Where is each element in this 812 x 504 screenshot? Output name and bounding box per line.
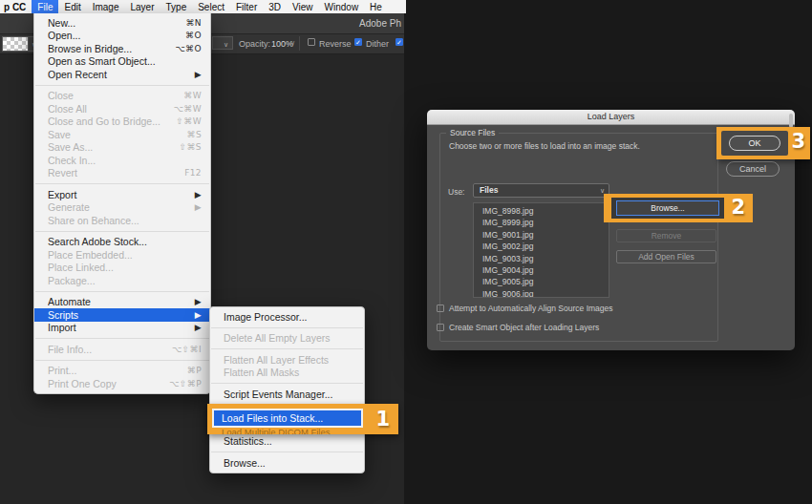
menu-item-label: Open Recent: [48, 69, 195, 80]
file-menu-item[interactable]: [34, 356, 210, 365]
file-list-scrollbar-thumb[interactable]: [789, 114, 793, 128]
ok-button[interactable]: OK: [729, 136, 780, 151]
scripts-menu-item[interactable]: [210, 324, 364, 332]
scripts-menu-item[interactable]: Flatten All Masks: [210, 367, 364, 380]
file-menu-item[interactable]: Search Adobe Stock...: [34, 236, 210, 249]
file-menu-item[interactable]: Place Embedded...: [34, 248, 210, 262]
file-menu-item[interactable]: Print One Copy ⌥⇧⌘P: [34, 377, 210, 390]
create-smart-object-row[interactable]: Create Smart Object after Loading Layers: [437, 323, 599, 332]
file-menu-item[interactable]: Generate ▶: [34, 201, 210, 215]
menu-bar-item[interactable]: Select: [192, 0, 230, 13]
menu-item-shortcut: ⌥⇧⌘P: [169, 379, 202, 388]
file-menu-item[interactable]: Open as Smart Object...: [34, 55, 210, 69]
file-menu-item[interactable]: [34, 179, 210, 188]
menu-bar-item[interactable]: View: [287, 0, 319, 13]
gradient-type-dropdown-chevron-icon[interactable]: ∨: [212, 36, 233, 50]
file-menu-item[interactable]: File Info... ⌥⇧⌘I: [34, 343, 210, 356]
menu-item-label: Close: [48, 90, 183, 101]
file-list-item[interactable]: IMG_8999.jpg: [482, 217, 609, 228]
file-menu-item[interactable]: [34, 81, 210, 90]
menu-bar-item[interactable]: Filter: [230, 0, 263, 13]
align-source-images-row[interactable]: Attempt to Automatically Align Source Im…: [437, 304, 613, 313]
file-menu-item[interactable]: Open Recent ▶: [34, 68, 210, 81]
browse-button[interactable]: Browse...: [616, 200, 719, 216]
file-menu-item[interactable]: Revert F12: [34, 167, 210, 180]
add-open-files-button[interactable]: Add Open Files: [616, 250, 716, 263]
source-files-legend: Source Files: [446, 128, 499, 137]
scripts-menu-item[interactable]: [210, 345, 364, 353]
scripts-menu-item[interactable]: [210, 448, 364, 456]
file-list-item[interactable]: IMG_9005.jpg: [482, 276, 609, 287]
file-menu-item[interactable]: Open... ⌘O: [34, 30, 210, 43]
opacity-chevron-icon[interactable]: ∨: [290, 39, 295, 47]
callout-button-patch: Browse...: [611, 198, 724, 219]
source-files-description: Choose two or more files to load into an…: [449, 141, 640, 151]
file-menu-item[interactable]: Browse in Bridge... ⌥⌘O: [34, 42, 210, 55]
file-menu-item[interactable]: [34, 287, 210, 296]
file-menu-item[interactable]: Scripts ▶: [34, 308, 210, 322]
scripts-menu-item[interactable]: Image Processor...: [210, 310, 364, 324]
file-menu-item[interactable]: Share on Behance...: [34, 214, 210, 227]
file-menu-item[interactable]: Import ▶: [34, 322, 210, 335]
app-menu-brand[interactable]: p CC: [2, 0, 32, 13]
use-label: Use:: [448, 187, 464, 197]
menu-bar-item[interactable]: Layer: [125, 0, 160, 13]
cancel-button[interactable]: Cancel: [726, 161, 780, 177]
create-smart-object-checkbox[interactable]: [437, 324, 444, 331]
callout-step-3: OK 3: [716, 127, 810, 159]
remove-button[interactable]: Remove: [616, 229, 716, 242]
menu-bar-item[interactable]: Edit: [58, 0, 86, 13]
menu-item-shortcut: ⌥⌘W: [174, 104, 202, 114]
file-list-item[interactable]: IMG_9001.jpg: [482, 229, 609, 241]
file-list-item[interactable]: IMG_9006.jpg: [482, 288, 609, 298]
menu-item-label: Revert: [48, 167, 184, 178]
file-list-item[interactable]: IMG_9004.jpg: [482, 264, 609, 276]
gradient-preview-swatch[interactable]: [2, 36, 29, 52]
checkbox-label: Attempt to Automatically Align Source Im…: [449, 304, 613, 313]
file-menu-item[interactable]: Close All ⌥⌘W: [34, 102, 210, 116]
scripts-menu-item[interactable]: Delete All Empty Layers: [210, 332, 364, 346]
file-menu-item[interactable]: Save ⌘S: [34, 128, 210, 141]
menu-item-label: Script Events Manager...: [224, 388, 355, 400]
file-menu-item[interactable]: Automate ▶: [34, 296, 210, 309]
scripts-menu-item[interactable]: Browse...: [210, 456, 364, 470]
use-dropdown[interactable]: Files ∨: [473, 183, 609, 198]
file-list-item[interactable]: IMG_9003.jpg: [482, 253, 609, 264]
file-menu-item[interactable]: New... ⌘N: [34, 16, 210, 30]
menu-bar-item[interactable]: Type: [160, 0, 193, 13]
file-menu-item[interactable]: Save As... ⇧⌘S: [34, 141, 210, 155]
file-menu-item[interactable]: [34, 334, 210, 343]
source-file-list[interactable]: IMG_8998.jpgIMG_8999.jpgIMG_9001.jpgIMG_…: [473, 202, 609, 298]
file-list-item[interactable]: IMG_9002.jpg: [482, 241, 609, 252]
menu-item-label: File Info...: [48, 344, 172, 355]
file-menu-item[interactable]: [34, 227, 210, 236]
menu-bar-item-label: Window: [325, 2, 359, 12]
scripts-menu-item[interactable]: Flatten All Layer Effects: [210, 353, 364, 367]
menu-bar-item[interactable]: Window: [319, 0, 365, 13]
file-menu-item[interactable]: Check In...: [34, 154, 210, 167]
menu-item-label: Save: [48, 129, 186, 140]
file-menu-item[interactable]: Close and Go to Bridge... ⇧⌘W: [34, 116, 210, 129]
menu-item-shortcut: ⌥⌘O: [175, 44, 202, 53]
file-menu-item[interactable]: Print... ⌘P: [34, 365, 210, 378]
file-menu-item[interactable]: Export ▶: [34, 188, 210, 201]
menu-bar-item[interactable]: 3D: [263, 0, 287, 13]
load-files-into-stack-item[interactable]: Load Files into Stack...: [214, 410, 361, 426]
file-list-item[interactable]: IMG_8998.jpg: [482, 205, 609, 217]
file-menu-item[interactable]: Package...: [34, 274, 210, 287]
menu-item-shortcut: ▶: [195, 310, 202, 320]
scripts-menu-item[interactable]: Statistics...: [210, 435, 364, 449]
scripts-menu-item[interactable]: Script Events Manager...: [210, 388, 364, 401]
menu-bar-item[interactable]: Image: [87, 0, 125, 13]
dither-checkbox[interactable]: ✓: [354, 38, 362, 46]
load-layers-dialog: Load Layers Source Files Choose two or m…: [427, 110, 795, 350]
file-menu-item[interactable]: Place Linked...: [34, 262, 210, 275]
transparency-checkbox[interactable]: ✓: [395, 38, 403, 46]
menu-bar-item[interactable]: He: [364, 0, 388, 13]
menu-bar-item[interactable]: File: [32, 0, 58, 13]
scripts-menu-item[interactable]: [210, 379, 364, 388]
reverse-checkbox[interactable]: [308, 38, 315, 46]
align-source-images-checkbox[interactable]: [437, 304, 444, 312]
screenshot-root: Adobe Ph ∨ ∨ Opacity: 100% ∨ Reverse ✓ D…: [0, 0, 812, 504]
file-menu-item[interactable]: Close ⌘W: [34, 90, 210, 103]
